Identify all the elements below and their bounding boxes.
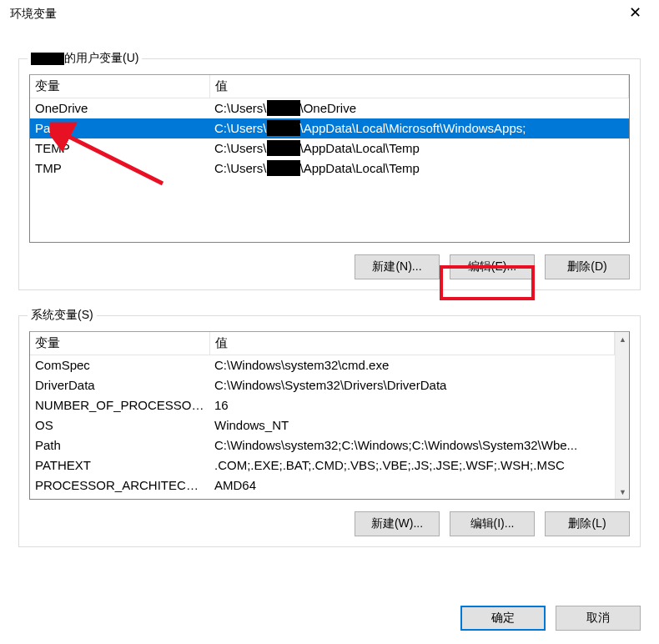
user-delete-button[interactable]: 删除(D) bbox=[545, 254, 630, 279]
cell-value: C:\Users\\OneDrive bbox=[209, 98, 629, 118]
table-row[interactable]: DriverDataC:\Windows\System32\Drivers\Dr… bbox=[30, 375, 615, 395]
cell-variable: DriverData bbox=[30, 375, 209, 395]
column-header-value[interactable]: 值 bbox=[209, 75, 629, 98]
column-header-value[interactable]: 值 bbox=[209, 332, 615, 355]
table-row[interactable]: ComSpecC:\Windows\system32\cmd.exe bbox=[30, 355, 615, 375]
cell-variable: TEMP bbox=[30, 138, 209, 158]
system-table-scrollbar[interactable]: ▲ ▼ bbox=[615, 332, 629, 499]
redacted-username bbox=[267, 160, 300, 176]
system-variables-legend: 系统变量(S) bbox=[28, 308, 97, 323]
redacted-username bbox=[31, 53, 64, 65]
table-row[interactable]: PATHEXT.COM;.EXE;.BAT;.CMD;.VBS;.VBE;.JS… bbox=[30, 455, 615, 475]
table-row[interactable]: TEMPC:\Users\\AppData\Local\Temp bbox=[30, 138, 629, 158]
value-prefix: C:\Users\ bbox=[214, 161, 267, 175]
user-buttons-row: 新建(N)... 编辑(E)... 删除(D) bbox=[29, 254, 630, 279]
system-edit-button[interactable]: 编辑(I)... bbox=[450, 511, 535, 536]
cell-value: C:\Users\\AppData\Local\Temp bbox=[209, 138, 629, 158]
cell-variable: ComSpec bbox=[30, 355, 209, 375]
user-edit-button[interactable]: 编辑(E)... bbox=[450, 254, 535, 279]
user-variables-legend-suffix: 的用户变量(U) bbox=[64, 51, 138, 66]
column-header-variable[interactable]: 变量 bbox=[30, 332, 209, 355]
close-icon[interactable]: ✕ bbox=[616, 0, 654, 25]
system-delete-button[interactable]: 删除(L) bbox=[545, 511, 630, 536]
table-header-row: 变量 值 bbox=[30, 75, 629, 98]
cell-value: C:\Users\\AppData\Local\Microsoft\Window… bbox=[209, 118, 629, 138]
system-buttons-row: 新建(W)... 编辑(I)... 删除(L) bbox=[29, 511, 630, 536]
value-prefix: C:\Users\ bbox=[214, 141, 267, 155]
system-variables-table-wrapper: 变量 值 ComSpecC:\Windows\system32\cmd.exeD… bbox=[29, 331, 630, 500]
user-variables-table[interactable]: 变量 值 OneDriveC:\Users\\OneDrivePathC:\Us… bbox=[30, 75, 629, 179]
cell-value: .COM;.EXE;.BAT;.CMD;.VBS;.VBE;.JS;.JSE;.… bbox=[209, 455, 615, 475]
user-variables-table-wrapper: 变量 值 OneDriveC:\Users\\OneDrivePathC:\Us… bbox=[29, 74, 630, 243]
column-header-variable[interactable]: 变量 bbox=[30, 75, 209, 98]
window-title: 环境变量 bbox=[7, 7, 57, 22]
cell-value: Windows_NT bbox=[209, 415, 615, 435]
table-row[interactable]: NUMBER_OF_PROCESSORS16 bbox=[30, 395, 615, 415]
cell-variable: Path bbox=[30, 118, 209, 138]
table-row[interactable]: OneDriveC:\Users\\OneDrive bbox=[30, 98, 629, 118]
table-header-row: 变量 值 bbox=[30, 332, 615, 355]
cell-value: C:\Windows\system32;C:\Windows;C:\Window… bbox=[209, 435, 615, 455]
table-row[interactable]: PROCESSOR_ARCHITECTUREAMD64 bbox=[30, 475, 615, 496]
cell-variable: Path bbox=[30, 435, 209, 455]
titlebar: 环境变量 ✕ bbox=[0, 0, 659, 28]
table-row[interactable]: PathC:\Users\\AppData\Local\Microsoft\Wi… bbox=[30, 118, 629, 138]
value-suffix: \AppData\Local\Temp bbox=[300, 161, 420, 175]
value-prefix: C:\Users\ bbox=[214, 101, 267, 115]
cell-variable: OS bbox=[30, 415, 209, 435]
system-new-button[interactable]: 新建(W)... bbox=[355, 511, 440, 536]
cell-value: C:\Users\\AppData\Local\Temp bbox=[209, 158, 629, 179]
user-variables-group: 的用户变量(U) 变量 值 OneDriveC:\Users\\OneDrive… bbox=[18, 58, 641, 290]
cell-value: 16 bbox=[209, 395, 615, 415]
dialog-buttons: 确定 取消 bbox=[460, 606, 641, 631]
table-row[interactable]: OSWindows_NT bbox=[30, 415, 615, 435]
value-suffix: \AppData\Local\Temp bbox=[300, 141, 420, 155]
user-new-button[interactable]: 新建(N)... bbox=[355, 254, 440, 279]
value-suffix: \OneDrive bbox=[300, 101, 357, 115]
cancel-button[interactable]: 取消 bbox=[556, 606, 641, 631]
cell-value: AMD64 bbox=[209, 475, 615, 496]
cell-variable: NUMBER_OF_PROCESSORS bbox=[30, 395, 209, 415]
scroll-up-icon[interactable]: ▲ bbox=[616, 332, 630, 346]
ok-button[interactable]: 确定 bbox=[460, 606, 546, 631]
cell-variable: OneDrive bbox=[30, 98, 209, 118]
table-row[interactable]: TMPC:\Users\\AppData\Local\Temp bbox=[30, 158, 629, 179]
redacted-username bbox=[267, 140, 300, 156]
cell-value: C:\Windows\System32\Drivers\DriverData bbox=[209, 375, 615, 395]
cell-value: C:\Windows\system32\cmd.exe bbox=[209, 355, 615, 375]
scroll-down-icon[interactable]: ▼ bbox=[616, 485, 630, 499]
redacted-username bbox=[267, 100, 300, 116]
cell-variable: PROCESSOR_ARCHITECTURE bbox=[30, 475, 209, 496]
user-variables-legend: 的用户变量(U) bbox=[28, 51, 142, 66]
redacted-username bbox=[267, 120, 300, 136]
system-variables-table[interactable]: 变量 值 ComSpecC:\Windows\system32\cmd.exeD… bbox=[30, 332, 615, 496]
table-row[interactable]: PathC:\Windows\system32;C:\Windows;C:\Wi… bbox=[30, 435, 615, 455]
cell-variable: PATHEXT bbox=[30, 455, 209, 475]
cell-variable: TMP bbox=[30, 158, 209, 179]
value-suffix: \AppData\Local\Microsoft\WindowsApps; bbox=[300, 121, 526, 135]
value-prefix: C:\Users\ bbox=[214, 121, 267, 135]
system-variables-group: 系统变量(S) 变量 值 ComSpecC:\Windows\system32\… bbox=[18, 315, 641, 547]
